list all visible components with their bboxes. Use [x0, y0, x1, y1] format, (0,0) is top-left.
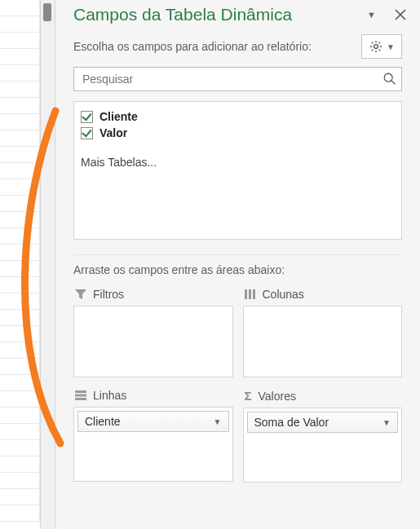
rows-icon — [75, 390, 86, 400]
divider — [73, 254, 402, 255]
pill-values-soma-de-valor[interactable]: Soma de Valor ▼ — [247, 412, 399, 433]
columns-icon — [245, 289, 256, 299]
field-label: Valor — [99, 126, 127, 139]
drop-zone-columns[interactable] — [243, 306, 403, 377]
field-label: Cliente — [99, 110, 138, 123]
svg-point-0 — [374, 45, 378, 49]
checkbox-icon[interactable] — [81, 127, 93, 139]
close-button[interactable] — [391, 5, 410, 24]
pane-header: Campos da Tabela Dinâmica ▼ — [55, 0, 420, 29]
more-tables-link[interactable]: Mais Tabelas... — [81, 156, 395, 169]
area-label: Filtros — [93, 288, 124, 301]
drop-zone-rows[interactable]: Cliente ▼ — [73, 407, 233, 482]
search-icon — [382, 72, 397, 86]
vertical-scrollbar-track[interactable] — [41, 0, 55, 529]
area-header-filters: Filtros — [73, 284, 233, 306]
area-header-columns: Colunas — [243, 284, 403, 306]
vertical-scrollbar-thumb[interactable] — [43, 3, 51, 21]
close-icon — [395, 9, 406, 20]
gear-icon — [369, 39, 383, 54]
area-header-values: Σ Valores — [243, 386, 403, 408]
spreadsheet-column-strip — [0, 0, 41, 529]
svg-point-1 — [384, 73, 392, 82]
area-values: Σ Valores Soma de Valor ▼ — [243, 386, 403, 483]
pill-label: Cliente — [85, 415, 121, 428]
area-filters: Filtros — [73, 284, 233, 377]
field-item-valor[interactable]: Valor — [81, 125, 395, 141]
area-label: Colunas — [263, 288, 304, 301]
field-list: Cliente Valor Mais Tabelas... — [73, 101, 402, 240]
svg-rect-5 — [75, 398, 86, 400]
drop-zone-values[interactable]: Soma de Valor ▼ — [243, 408, 403, 483]
pivot-fields-pane: Campos da Tabela Dinâmica ▼ Escolha os c… — [55, 0, 420, 529]
chevron-down-icon: ▼ — [214, 417, 222, 426]
area-rows: Linhas Cliente ▼ — [73, 386, 233, 483]
pill-rows-cliente[interactable]: Cliente ▼ — [77, 411, 229, 432]
svg-line-2 — [391, 81, 395, 84]
title-dropdown-caret[interactable]: ▼ — [367, 10, 376, 20]
sigma-icon: Σ — [245, 389, 252, 403]
svg-rect-3 — [75, 390, 86, 393]
search-input[interactable] — [73, 67, 402, 91]
area-label: Linhas — [93, 389, 126, 402]
checkbox-icon[interactable] — [81, 111, 93, 123]
area-label: Valores — [259, 390, 296, 403]
drop-areas-grid: Filtros Colunas Linhas — [73, 284, 402, 483]
chevron-down-icon: ▼ — [387, 42, 395, 51]
chevron-down-icon: ▼ — [382, 418, 391, 427]
area-columns: Colunas — [243, 284, 403, 377]
filter-icon — [75, 289, 86, 299]
pill-label: Soma de Valor — [254, 416, 329, 429]
drag-fields-prompt: Arraste os campos entre as áreas abaixo: — [73, 263, 402, 276]
search-field-wrap — [73, 67, 402, 91]
drop-zone-filters[interactable] — [73, 306, 233, 377]
svg-rect-4 — [75, 395, 86, 397]
tools-button[interactable]: ▼ — [361, 34, 402, 59]
field-item-cliente[interactable]: Cliente — [81, 108, 395, 125]
area-header-rows: Linhas — [73, 386, 233, 407]
add-fields-prompt: Escolha os campos para adicionar ao rela… — [73, 40, 353, 53]
pane-title: Campos da Tabela Dinâmica — [73, 5, 364, 24]
